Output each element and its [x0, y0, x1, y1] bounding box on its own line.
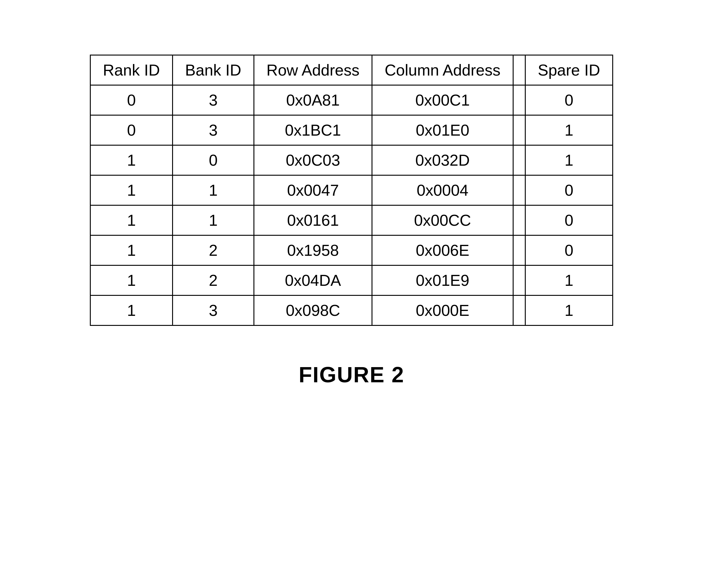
cell-r5-c0: 1	[90, 236, 173, 265]
table-row: 030x0A810x00C10	[90, 85, 613, 115]
cell-r1-c5: 1	[525, 115, 613, 145]
cell-r7-c2: 0x098C	[254, 296, 372, 326]
cell-r6-c5: 1	[525, 265, 613, 296]
header-column-address: Column Address	[372, 55, 513, 85]
cell-r7-c0: 1	[90, 296, 173, 326]
cell-r4-c1: 1	[172, 205, 254, 236]
cell-r7-c3: 0x000E	[372, 296, 513, 326]
cell-r6-c2: 0x04DA	[254, 265, 372, 296]
table-row: 120x19580x006E0	[90, 236, 613, 265]
main-container: Rank ID Bank ID Row Address Column Addre…	[90, 55, 613, 387]
cell-r0-c4	[513, 85, 525, 115]
cell-r1-c1: 3	[172, 115, 254, 145]
header-rank-id: Rank ID	[90, 55, 173, 85]
cell-r6-c0: 1	[90, 265, 173, 296]
cell-r2-c0: 1	[90, 145, 173, 175]
cell-r0-c2: 0x0A81	[254, 85, 372, 115]
header-spare-id: Spare ID	[525, 55, 613, 85]
cell-r1-c2: 0x1BC1	[254, 115, 372, 145]
cell-r5-c1: 2	[172, 236, 254, 265]
cell-r1-c3: 0x01E0	[372, 115, 513, 145]
cell-r2-c1: 0	[172, 145, 254, 175]
table-row: 100x0C030x032D1	[90, 145, 613, 175]
cell-r2-c2: 0x0C03	[254, 145, 372, 175]
cell-r4-c2: 0x0161	[254, 205, 372, 236]
cell-r0-c3: 0x00C1	[372, 85, 513, 115]
cell-r6-c3: 0x01E9	[372, 265, 513, 296]
cell-r3-c3: 0x0004	[372, 175, 513, 205]
cell-r2-c5: 1	[525, 145, 613, 175]
cell-r3-c0: 1	[90, 175, 173, 205]
table-row: 120x04DA0x01E91	[90, 265, 613, 296]
cell-r6-c4	[513, 265, 525, 296]
cell-r7-c5: 1	[525, 296, 613, 326]
cell-r4-c3: 0x00CC	[372, 205, 513, 236]
table-row: 110x01610x00CC0	[90, 205, 613, 236]
cell-r4-c4	[513, 205, 525, 236]
data-table: Rank ID Bank ID Row Address Column Addre…	[90, 55, 613, 326]
cell-r3-c2: 0x0047	[254, 175, 372, 205]
cell-r2-c3: 0x032D	[372, 145, 513, 175]
cell-r1-c0: 0	[90, 115, 173, 145]
cell-r5-c5: 0	[525, 236, 613, 265]
cell-r4-c5: 0	[525, 205, 613, 236]
cell-r1-c4	[513, 115, 525, 145]
figure-label: FIGURE 2	[299, 362, 404, 387]
header-empty	[513, 55, 525, 85]
cell-r5-c4	[513, 236, 525, 265]
cell-r7-c1: 3	[172, 296, 254, 326]
cell-r0-c5: 0	[525, 85, 613, 115]
cell-r7-c4	[513, 296, 525, 326]
cell-r5-c2: 0x1958	[254, 236, 372, 265]
header-bank-id: Bank ID	[172, 55, 254, 85]
cell-r2-c4	[513, 145, 525, 175]
cell-r4-c0: 1	[90, 205, 173, 236]
table-row: 130x098C0x000E1	[90, 296, 613, 326]
cell-r5-c3: 0x006E	[372, 236, 513, 265]
table-row: 030x1BC10x01E01	[90, 115, 613, 145]
cell-r6-c1: 2	[172, 265, 254, 296]
table-row: 110x00470x00040	[90, 175, 613, 205]
cell-r3-c5: 0	[525, 175, 613, 205]
cell-r3-c4	[513, 175, 525, 205]
cell-r0-c0: 0	[90, 85, 173, 115]
header-row-address: Row Address	[254, 55, 372, 85]
cell-r0-c1: 3	[172, 85, 254, 115]
header-row: Rank ID Bank ID Row Address Column Addre…	[90, 55, 613, 85]
cell-r3-c1: 1	[172, 175, 254, 205]
